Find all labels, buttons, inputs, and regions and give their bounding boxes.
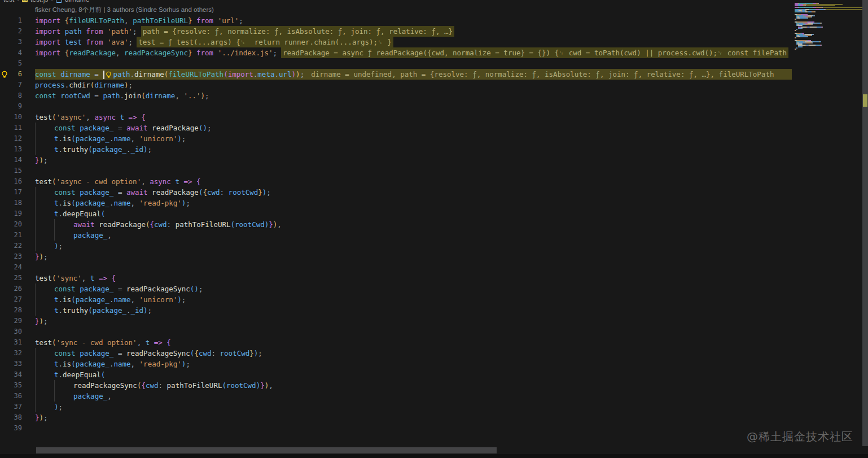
code-line[interactable]: 11const package_ = await readPackage(); — [0, 123, 792, 133]
line-number[interactable]: 5 — [10, 58, 22, 69]
gutter[interactable]: 34 — [0, 369, 35, 380]
code-line[interactable]: 29}); — [0, 316, 792, 326]
code-line[interactable]: 6const dirname = path.dirname(fileURLToP… — [0, 69, 792, 80]
lightbulb-icon[interactable] — [105, 71, 112, 78]
gutter[interactable]: 32 — [0, 348, 35, 359]
code-line[interactable]: 12t.is(package_.name, 'unicorn'); — [0, 133, 792, 144]
code-line[interactable]: 31test('sync - cwd option', t => { — [0, 337, 792, 348]
gutter[interactable]: 25 — [0, 273, 35, 283]
code-line[interactable]: 8const rootCwd = path.join(dirname, '..'… — [0, 90, 792, 101]
lightbulb-icon[interactable] — [1, 71, 8, 78]
code-line[interactable]: 19t.deepEqual( — [0, 208, 792, 219]
code-line[interactable]: 30 — [0, 326, 792, 337]
line-number[interactable]: 11 — [10, 123, 22, 133]
code-line[interactable]: 38}); — [0, 412, 792, 423]
gutter[interactable]: 18 — [0, 198, 35, 208]
code-line[interactable]: 9 — [0, 101, 792, 112]
gutter[interactable]: 8 — [0, 90, 35, 101]
gutter[interactable]: 12 — [0, 133, 35, 144]
gutter[interactable]: 28 — [0, 305, 35, 316]
line-number[interactable]: 4 — [10, 47, 22, 58]
gutter[interactable]: 39 — [0, 423, 35, 434]
line-number[interactable]: 26 — [10, 283, 22, 294]
gutter[interactable]: 23 — [0, 251, 35, 262]
code-line[interactable]: 27t.is(package_.name, 'unicorn'); — [0, 294, 792, 305]
code-line[interactable]: 36package_, — [0, 391, 792, 402]
code-line[interactable]: 35readPackageSync({cwd: pathToFileURL(ro… — [0, 380, 792, 391]
line-number[interactable]: 17 — [10, 187, 22, 198]
line-number[interactable]: 25 — [10, 273, 22, 283]
code-line[interactable]: 16test('async - cwd option', async t => … — [0, 176, 792, 187]
line-number[interactable]: 7 — [10, 80, 22, 90]
code-line[interactable]: 25test('sync', t => { — [0, 273, 792, 283]
gutter[interactable]: 6 — [0, 69, 35, 80]
code-line[interactable]: 13t.truthy(package_._id); — [0, 144, 792, 155]
code-line[interactable]: 24 — [0, 262, 792, 273]
code-line[interactable]: 22); — [0, 241, 792, 251]
code-line[interactable]: 15 — [0, 165, 792, 176]
gutter[interactable]: 29 — [0, 316, 35, 326]
breadcrumb-item-dirname[interactable]: dirname — [65, 0, 89, 3]
code-line[interactable]: 23}); — [0, 251, 792, 262]
gutter[interactable]: 1 — [0, 15, 35, 26]
breadcrumb-item-test.js[interactable]: test.js — [30, 0, 48, 3]
line-number[interactable]: 36 — [10, 391, 22, 402]
line-number[interactable]: 6 — [10, 69, 22, 80]
gutter[interactable]: 3 — [0, 37, 35, 47]
code-line[interactable]: 5 — [0, 58, 792, 69]
line-number[interactable]: 1 — [10, 15, 22, 26]
gutter[interactable]: 24 — [0, 262, 35, 273]
line-number[interactable]: 39 — [10, 423, 22, 434]
gutter[interactable]: 7 — [0, 80, 35, 90]
line-number[interactable]: 3 — [10, 37, 22, 47]
gutter[interactable]: 38 — [0, 412, 35, 423]
vertical-scrollbar[interactable] — [862, 0, 868, 446]
code-line[interactable]: 37); — [0, 402, 792, 412]
code-line[interactable]: 33t.is(package_.name, 'read-pkg'); — [0, 359, 792, 369]
gutter[interactable]: 5 — [0, 58, 35, 69]
code-line[interactable]: 14}); — [0, 155, 792, 165]
line-number[interactable]: 15 — [10, 165, 22, 176]
code-line[interactable]: 28t.truthy(package_._id); — [0, 305, 792, 316]
git-blame-annotation[interactable]: fisker Cheung, 8个月前 | 3 authors (Sindre … — [0, 5, 868, 15]
gutter[interactable]: 10 — [0, 112, 35, 123]
code-line[interactable]: 18t.is(package_.name, 'read-pkg'); — [0, 198, 792, 208]
gutter[interactable]: 21 — [0, 230, 35, 241]
line-number[interactable]: 28 — [10, 305, 22, 316]
code-line[interactable]: 1import {fileURLToPath, pathToFileURL} f… — [0, 15, 792, 26]
code-line[interactable]: 21package_, — [0, 230, 792, 241]
gutter[interactable]: 36 — [0, 391, 35, 402]
line-number[interactable]: 13 — [10, 144, 22, 155]
breadcrumb-item-test[interactable]: test — [3, 0, 14, 3]
line-number[interactable]: 20 — [10, 219, 22, 230]
code-line[interactable]: 4import {readPackage, readPackageSync} f… — [0, 47, 792, 58]
gutter[interactable]: 22 — [0, 241, 35, 251]
gutter[interactable]: 19 — [0, 208, 35, 219]
gutter[interactable]: 13 — [0, 144, 35, 155]
line-number[interactable]: 37 — [10, 402, 22, 412]
gutter[interactable]: 37 — [0, 402, 35, 412]
line-number[interactable]: 33 — [10, 359, 22, 369]
line-number[interactable]: 29 — [10, 316, 22, 326]
line-number[interactable]: 18 — [10, 198, 22, 208]
gutter[interactable]: 15 — [0, 165, 35, 176]
line-number[interactable]: 14 — [10, 155, 22, 165]
line-number[interactable]: 23 — [10, 251, 22, 262]
gutter[interactable]: 30 — [0, 326, 35, 337]
horizontal-scrollbar-thumb[interactable] — [36, 447, 497, 453]
line-number[interactable]: 22 — [10, 241, 22, 251]
gutter[interactable]: 26 — [0, 283, 35, 294]
line-number[interactable]: 31 — [10, 337, 22, 348]
gutter[interactable]: 11 — [0, 123, 35, 133]
line-number[interactable]: 34 — [10, 369, 22, 380]
line-number[interactable]: 21 — [10, 230, 22, 241]
line-number[interactable]: 9 — [10, 101, 22, 112]
gutter[interactable]: 31 — [0, 337, 35, 348]
code-line[interactable]: 10test('async', async t => { — [0, 112, 792, 123]
line-number[interactable]: 16 — [10, 176, 22, 187]
code-line[interactable]: 17const package_ = await readPackage({cw… — [0, 187, 792, 198]
gutter[interactable]: 33 — [0, 359, 35, 369]
line-number[interactable]: 10 — [10, 112, 22, 123]
code-line[interactable]: 26const package_ = readPackageSync(); — [0, 283, 792, 294]
gutter[interactable]: 35 — [0, 380, 35, 391]
